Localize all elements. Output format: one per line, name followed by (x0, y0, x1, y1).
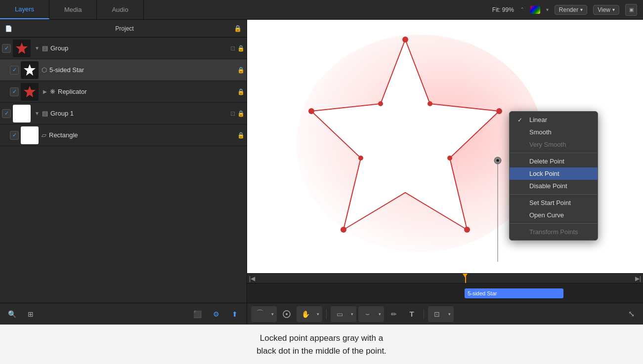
layer-right-icons-star: 🔒 (237, 67, 245, 74)
timeline-content[interactable]: 5-sided Star (247, 283, 643, 303)
layer-expand-group[interactable]: ▼ (34, 45, 41, 52)
window-layout-button[interactable]: ▣ (625, 4, 637, 16)
hand-dropdown[interactable]: ▾ (314, 307, 321, 321)
shape-icon: ⬡ (42, 66, 47, 74)
tab-audio[interactable]: Audio (97, 0, 143, 19)
layer-row-group[interactable]: ▼ ▤ Group ⊡ 🔒 (0, 38, 247, 59)
svg-point-11 (358, 156, 363, 161)
caption-area: Locked point appears gray with ablack do… (0, 324, 643, 364)
layer-checkbox-group[interactable] (2, 44, 11, 53)
menu-separator-3 (510, 223, 598, 224)
layer-right-icons-replicator: 🔒 (237, 88, 245, 95)
bezier-dropdown[interactable]: ▾ (269, 307, 276, 321)
project-title: Project (15, 25, 234, 32)
layer-row-star[interactable]: ⬡ 5-sided Star 🔒 (0, 59, 247, 81)
toggle-layers-button[interactable]: ⊞ (23, 307, 39, 321)
timeline-start-icon[interactable]: |◀ (249, 275, 255, 282)
fit-label: Fit: 99% (492, 6, 514, 13)
group1-icon: ▤ (42, 110, 48, 117)
layer-thumb-replicator (21, 83, 39, 101)
view-tool-group: ⊡ ▾ (428, 306, 454, 322)
checkerboard-button[interactable]: ⬛ (189, 307, 205, 321)
timeline-bar-star[interactable]: 5-sided Star (465, 288, 563, 298)
lock-icon[interactable]: 🔒 (234, 25, 242, 32)
layer-badge-group: ⊡ (230, 45, 235, 52)
svg-point-8 (308, 108, 314, 114)
checkmark-linear: ✓ (517, 117, 525, 123)
layer-right-icons-group1: ⊡ 🔒 (230, 110, 245, 117)
context-menu: ✓ Linear Smooth Very Smooth Delete Point (509, 111, 598, 241)
search-button[interactable]: 🔍 (4, 307, 20, 321)
layer-row-group1[interactable]: ▼ ▤ Group 1 ⊡ 🔒 (0, 103, 247, 124)
bezier-tool-button[interactable]: ⌒ (252, 307, 268, 321)
menu-item-open-curve[interactable]: Open Curve (510, 209, 598, 221)
layer-lock-star[interactable]: 🔒 (237, 67, 245, 74)
shape-tool-group: ▭ ▾ (331, 306, 356, 322)
layer-row-rectangle[interactable]: ▱ Rectangle 🔒 (0, 124, 247, 146)
menu-item-lock-point[interactable]: Lock Point (510, 167, 598, 180)
layer-expand-group1[interactable]: ▼ (34, 110, 41, 117)
color-swatch[interactable] (530, 6, 540, 14)
menu-item-linear[interactable]: ✓ Linear (510, 114, 598, 126)
menu-separator-2 (510, 194, 598, 195)
caption-text: Locked point appears gray with ablack do… (257, 332, 386, 357)
tab-layers[interactable]: Layers (0, 0, 49, 19)
layer-lock-rectangle[interactable]: 🔒 (237, 132, 245, 139)
svg-point-12 (378, 101, 383, 106)
rectangle-icon: ▱ (42, 131, 46, 139)
menu-separator-1 (510, 153, 598, 153)
layer-right-icons-group: ⊡ 🔒 (230, 45, 245, 52)
timeline: |◀ ▶| 5-sided Star (247, 273, 643, 303)
render-button[interactable]: Render ▾ (555, 5, 587, 15)
view-button[interactable]: View ▾ (593, 5, 619, 15)
fit-arrows[interactable]: ⌃ (520, 6, 524, 13)
menu-item-disable-point[interactable]: Disable Point (510, 180, 598, 192)
fullscreen-button[interactable]: ⤡ (623, 307, 639, 321)
hand-tool-button[interactable]: ✋ (298, 307, 313, 321)
mask-tool-button[interactable]: ⌣ (359, 307, 375, 321)
layer-right-icons-rectangle: 🔒 (237, 132, 245, 139)
view-dropdown[interactable]: ▾ (446, 307, 453, 321)
layer-thumb-rectangle (21, 126, 39, 144)
shape-dropdown[interactable]: ▾ (348, 307, 355, 321)
svg-point-10 (447, 156, 452, 161)
pen-tool-button[interactable]: ✏ (386, 307, 402, 321)
mask-dropdown[interactable]: ▾ (376, 307, 383, 321)
timeline-ruler[interactable]: |◀ ▶| (247, 274, 643, 283)
layer-checkbox-rectangle[interactable] (10, 131, 19, 140)
right-panel: ✓ Linear Smooth Very Smooth Delete Point (247, 20, 643, 324)
menu-item-delete-point[interactable]: Delete Point (510, 155, 598, 167)
tab-media[interactable]: Media (49, 0, 97, 19)
layer-lock-replicator[interactable]: 🔒 (237, 88, 245, 95)
menu-item-smooth[interactable]: Smooth (510, 126, 598, 138)
color-arrow[interactable]: ▾ (546, 7, 549, 12)
layer-name-replicator: Replicator (58, 88, 237, 95)
transform-tool-button[interactable] (279, 307, 295, 321)
layer-lock-group1[interactable]: 🔒 (237, 110, 245, 117)
layer-checkbox-group1[interactable] (2, 109, 11, 118)
layer-checkbox-star[interactable] (10, 66, 19, 75)
menu-item-very-smooth: Very Smooth (510, 138, 598, 151)
timeline-end-icon[interactable]: ▶| (635, 275, 641, 282)
layer-thumb-group (13, 40, 31, 57)
canvas-viewport[interactable]: ✓ Linear Smooth Very Smooth Delete Point (247, 20, 643, 273)
text-tool-button[interactable]: T (404, 307, 420, 321)
layer-row-replicator[interactable]: ▶ ❋ Replicator 🔒 (0, 81, 247, 103)
layers-panel: 📄 Project 🔒 ▼ ▤ Group ⊡ 🔒 (0, 20, 247, 324)
group-icon: ▤ (42, 44, 48, 52)
shape-tool-button[interactable]: ▭ (332, 307, 347, 321)
layer-name-rectangle: Rectangle (49, 131, 237, 139)
settings-button[interactable]: ⚙ (208, 307, 224, 321)
layers-header: 📄 Project 🔒 (0, 20, 247, 38)
layer-expand-replicator[interactable]: ▶ (42, 88, 48, 95)
menu-item-set-start-point[interactable]: Set Start Point (510, 197, 598, 209)
layer-lock-group[interactable]: 🔒 (237, 45, 245, 52)
bezier-tool-group: ⌒ ▾ (251, 306, 277, 322)
layer-name-group: Group (50, 44, 230, 52)
main-content: 📄 Project 🔒 ▼ ▤ Group ⊡ 🔒 (0, 20, 643, 324)
layer-checkbox-replicator[interactable] (10, 87, 19, 96)
export-button[interactable]: ⬆ (227, 307, 243, 321)
view-tool-button[interactable]: ⊡ (429, 307, 445, 321)
svg-point-17 (286, 313, 288, 315)
timeline-bar-label: 5-sided Star (468, 290, 497, 296)
